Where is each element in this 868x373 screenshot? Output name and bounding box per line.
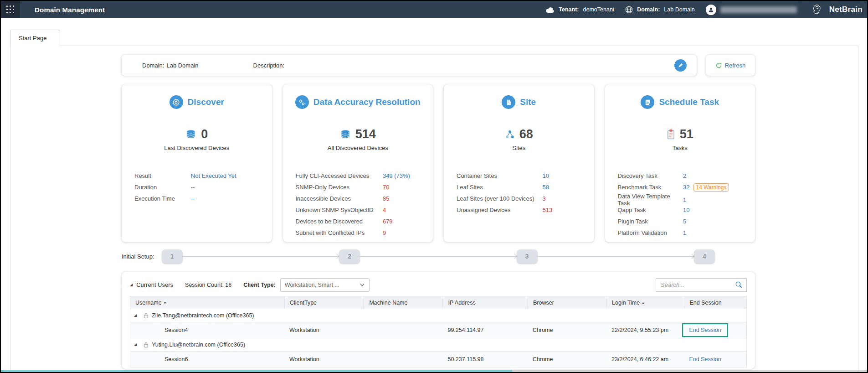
stat-row-value[interactable]: 70 xyxy=(383,184,389,191)
stat-row-value[interactable]: 32 xyxy=(683,184,689,191)
card-title-link[interactable]: Schedule Task xyxy=(605,95,755,109)
stat-row-value[interactable]: 349 (73%) xyxy=(383,172,410,179)
stat-row-value[interactable]: -- xyxy=(191,195,195,202)
user-avatar[interactable] xyxy=(706,5,716,15)
stat-row-label: Inaccessible Devices xyxy=(296,195,383,202)
domain-label: Domain: xyxy=(637,6,660,13)
edit-domain-button[interactable] xyxy=(674,59,687,72)
column-header-username[interactable]: Username▾ xyxy=(130,296,284,309)
card-stat-value: 51 xyxy=(680,127,693,141)
stat-row-value[interactable]: -- xyxy=(191,184,195,191)
search-input[interactable] xyxy=(661,281,735,288)
card-stat-row: Unassigned Devices 513 xyxy=(457,204,585,216)
refresh-icon xyxy=(715,62,722,69)
end-session-link[interactable]: End Session xyxy=(689,327,721,333)
search-icon[interactable] xyxy=(735,281,743,289)
column-label: End Session xyxy=(689,300,721,306)
stat-row-value[interactable]: 10 xyxy=(683,207,689,213)
stat-row-value[interactable]: 9 xyxy=(383,229,386,236)
warnings-badge[interactable]: 14 Warnings xyxy=(693,183,729,192)
card-title: Discover xyxy=(188,97,224,107)
card-stat-row: Unknown SNMP SysObjectID 4 xyxy=(296,204,424,216)
stat-row-value[interactable]: 1 xyxy=(683,229,686,236)
stat-row-value[interactable]: 1 xyxy=(683,197,686,203)
stat-row-label: Leaf Sites xyxy=(457,184,543,191)
column-label: ClientType xyxy=(290,300,317,306)
user-group-row[interactable]: ◢ Zile.Tang@netbraintech.com (Office365) xyxy=(130,309,746,322)
card-stat-label: Sites xyxy=(444,145,594,151)
discover-circle-icon xyxy=(169,95,183,109)
stat-row-value[interactable]: Not Executed Yet xyxy=(191,172,236,179)
assistant-head-icon[interactable] xyxy=(812,4,822,16)
stat-row-label: Fully CLI-Accessed Devices xyxy=(296,172,383,179)
column-label: Login Time xyxy=(612,300,640,306)
card-stat-row: Container Sites 10 xyxy=(457,170,585,181)
card-stat-row: Devices to be Discovered 679 xyxy=(296,216,424,227)
card-title-link[interactable]: Discover xyxy=(122,95,272,109)
card-title-link[interactable]: Data Accuracy Resolution xyxy=(283,95,433,109)
stat-row-label: Data View Template Task xyxy=(618,193,683,207)
setup-step-2[interactable]: 2 xyxy=(339,249,360,263)
column-header-clienttype[interactable]: ClientType xyxy=(284,296,364,309)
metric-card-data-accuracy-resolution: Data Accuracy Resolution 514 All Discove… xyxy=(283,84,433,242)
sort-desc-icon: ▾ xyxy=(164,300,166,305)
card-stat-value: 68 xyxy=(519,127,533,141)
user-group-row[interactable]: ◢ Yuting.Liu@netbrain.com (Office365) xyxy=(130,338,746,352)
column-header-machine-name[interactable]: Machine Name xyxy=(364,296,442,309)
bottom-edge-strip xyxy=(1,370,867,372)
session-login-time: 22/2/2024, 9:55:23 pm xyxy=(606,327,684,333)
refresh-button[interactable]: Refresh xyxy=(706,55,755,76)
site-circle-icon xyxy=(502,95,515,109)
stat-row-value[interactable]: 5 xyxy=(683,218,686,225)
client-type-dropdown[interactable]: Workstation, Smart ... xyxy=(280,278,370,292)
card-stat-row: Leaf Sites (over 100 Devices) 3 xyxy=(457,193,585,204)
collapse-triangle-icon[interactable]: ◢ xyxy=(134,314,137,317)
metric-card-schedule-task: Schedule Task 51 Tasks Discovery Task 2 … xyxy=(605,84,755,242)
column-header-browser[interactable]: Browser xyxy=(528,296,606,309)
page-title: Domain Management xyxy=(35,6,105,14)
stat-row-value[interactable]: 85 xyxy=(383,195,389,202)
stat-row-value[interactable]: 3 xyxy=(543,195,546,202)
card-stat-row: Data View Template Task 1 xyxy=(618,193,746,204)
globe-icon xyxy=(625,6,633,14)
tab-start-page[interactable]: Start Page xyxy=(10,30,60,46)
step-arrow xyxy=(538,256,694,257)
stat-row-label: SNMP-Only Devices xyxy=(296,184,383,191)
session-ip: 50.237.115.98 xyxy=(442,356,528,363)
domain-info-label: Domain: xyxy=(142,62,164,69)
stat-row-value[interactable]: 4 xyxy=(383,207,386,213)
client-type-label: Client Type: xyxy=(243,282,276,288)
stat-row-value[interactable]: 58 xyxy=(543,184,549,191)
app-launcher-button[interactable] xyxy=(1,1,20,18)
stat-row-value[interactable]: 2 xyxy=(683,172,686,179)
database-icon xyxy=(340,130,351,139)
card-stat-row: Subnet with Conflicted IPs 9 xyxy=(296,227,424,238)
stat-row-value[interactable]: 513 xyxy=(543,207,553,213)
stat-row-label: Execution Time xyxy=(134,195,191,202)
column-header-ip-address[interactable]: IP Address xyxy=(442,296,528,309)
initial-setup-steps: 1234 xyxy=(162,249,755,263)
collapse-triangle-icon[interactable]: ◢ xyxy=(130,283,133,287)
setup-step-3[interactable]: 3 xyxy=(517,249,538,263)
stat-row-value[interactable]: 10 xyxy=(543,172,549,179)
card-title-link[interactable]: Site xyxy=(444,95,594,109)
setup-step-1[interactable]: 1 xyxy=(162,249,183,263)
card-title: Data Accuracy Resolution xyxy=(313,97,421,107)
card-stat-value: 0 xyxy=(201,127,208,141)
netbrain-logo: NetBrain xyxy=(829,5,863,14)
session-client-type: Workstation xyxy=(284,327,364,333)
stat-row-label: Plugin Task xyxy=(618,218,683,225)
column-header-end-session[interactable]: End Session xyxy=(684,296,746,309)
session-client-type: Workstation xyxy=(284,356,364,363)
setup-step-4[interactable]: 4 xyxy=(694,249,715,263)
stat-row-label: Leaf Sites (over 100 Devices) xyxy=(457,195,543,202)
stat-row-value[interactable]: 679 xyxy=(383,218,393,225)
tenant-label: Tenant: xyxy=(559,6,579,13)
card-stat-row: Leaf Sites 58 xyxy=(457,181,585,193)
cards-row: Discover 0 Last Discovered Devices Resul… xyxy=(122,84,755,242)
column-header-login-time[interactable]: Login Time▴ xyxy=(606,296,684,309)
collapse-triangle-icon[interactable]: ◢ xyxy=(134,343,137,347)
domain-info-value: Lab Domain xyxy=(166,62,198,69)
end-session-link[interactable]: End Session xyxy=(689,356,721,363)
lock-icon xyxy=(144,313,149,319)
